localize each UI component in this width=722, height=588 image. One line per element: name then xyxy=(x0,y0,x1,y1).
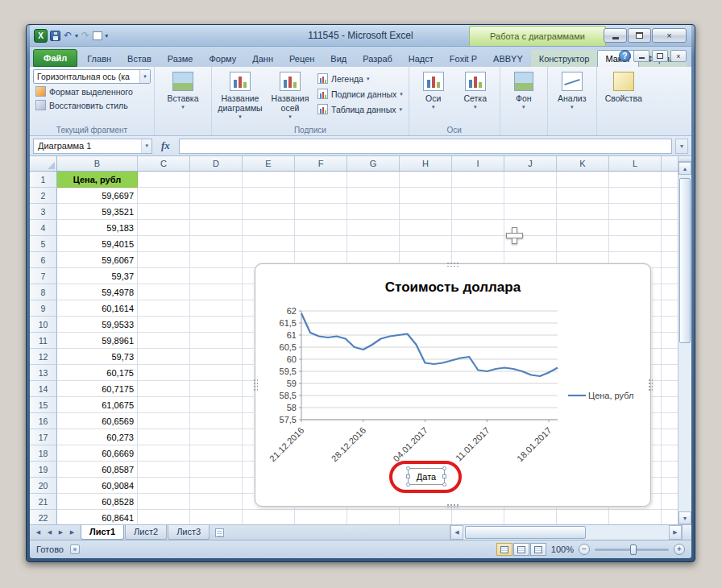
tab-разраб[interactable]: Разраб xyxy=(355,50,400,67)
cell-B19[interactable]: 60,8587 xyxy=(57,462,138,478)
tab-разме[interactable]: Разме xyxy=(160,50,201,67)
minimize-button[interactable] xyxy=(604,28,627,43)
cell-L2[interactable] xyxy=(609,188,662,204)
column-header-I[interactable]: I xyxy=(452,156,504,172)
cell-D3[interactable] xyxy=(190,204,243,220)
axis-titles-button[interactable]: Названия осей ▾ xyxy=(265,69,315,124)
cell-C12[interactable] xyxy=(138,349,190,365)
row-header-16[interactable]: 16 xyxy=(30,413,57,429)
vertical-scrollbar[interactable]: ▲ ▼ xyxy=(678,156,691,524)
cell-J22[interactable] xyxy=(504,510,557,524)
reset-style-button[interactable]: Восстановить стиль xyxy=(33,99,151,111)
fx-icon[interactable]: fx xyxy=(156,139,176,152)
tab-встав[interactable]: Встав xyxy=(119,50,160,67)
insert-button[interactable]: Вставка ▾ xyxy=(158,69,208,124)
cell-D18[interactable] xyxy=(190,445,243,462)
cell-C16[interactable] xyxy=(138,413,190,429)
cell-G1[interactable] xyxy=(347,172,400,188)
cell-D10[interactable] xyxy=(190,317,243,333)
row-header-3[interactable]: 3 xyxy=(30,204,57,220)
column-header-L[interactable]: L xyxy=(609,156,662,172)
cell-K22[interactable] xyxy=(557,510,609,524)
next-sheet-icon[interactable]: ▶ xyxy=(56,529,66,536)
column-header-F[interactable]: F xyxy=(295,156,347,172)
sheet-tab-list1[interactable]: Лист1 xyxy=(81,525,124,540)
cell-L5[interactable] xyxy=(609,236,662,252)
row-header-15[interactable]: 15 xyxy=(30,397,57,413)
row-header-14[interactable]: 14 xyxy=(30,381,57,397)
row-header-1[interactable]: 1 xyxy=(30,172,57,188)
cell-C19[interactable] xyxy=(138,462,190,478)
cell-H5[interactable] xyxy=(400,236,452,252)
tab-данн[interactable]: Данн xyxy=(244,50,281,67)
cell-K1[interactable] xyxy=(557,172,609,188)
normal-view-button[interactable] xyxy=(496,543,512,556)
tab-abbyy[interactable]: ABBYY xyxy=(485,50,531,67)
chart-handle[interactable] xyxy=(648,379,653,391)
cell-B22[interactable]: 60,8641 xyxy=(57,510,138,524)
cell-D2[interactable] xyxy=(190,188,243,204)
cell-C4[interactable] xyxy=(138,220,190,236)
undo-icon[interactable]: ↶ xyxy=(63,30,73,41)
cell-D9[interactable] xyxy=(190,300,243,317)
cell-G3[interactable] xyxy=(347,204,400,220)
cell-C21[interactable] xyxy=(138,494,190,510)
cell-C5[interactable] xyxy=(138,236,190,252)
chevron-down-icon[interactable]: ▾ xyxy=(139,70,150,83)
cell-D14[interactable] xyxy=(190,381,243,397)
close-button[interactable]: × xyxy=(652,28,687,43)
cell-G22[interactable] xyxy=(347,510,400,524)
cell-B16[interactable]: 60,6569 xyxy=(57,413,138,429)
row-header-2[interactable]: 2 xyxy=(30,188,57,204)
cell-I5[interactable] xyxy=(452,236,504,252)
cell-E3[interactable] xyxy=(243,204,295,220)
cell-B10[interactable]: 59,9533 xyxy=(57,317,138,333)
cell-D4[interactable] xyxy=(190,220,243,236)
cell-C3[interactable] xyxy=(138,204,190,220)
cell-I4[interactable] xyxy=(452,220,504,236)
save-icon[interactable] xyxy=(50,31,60,41)
column-header-E[interactable]: E xyxy=(243,156,295,172)
tab-конструктор[interactable]: Конструктор xyxy=(531,50,598,67)
scroll-down-icon[interactable]: ▼ xyxy=(678,511,691,524)
cell-D19[interactable] xyxy=(190,462,243,478)
cell-B4[interactable]: 59,183 xyxy=(57,220,138,236)
cell-B15[interactable]: 61,0675 xyxy=(57,397,138,413)
cell-D16[interactable] xyxy=(190,413,243,429)
cell-F22[interactable] xyxy=(295,510,347,524)
cell-J3[interactable] xyxy=(504,204,557,220)
last-sheet-icon[interactable]: ▶ xyxy=(67,529,77,536)
cell-G2[interactable] xyxy=(347,188,400,204)
vertical-scroll-track[interactable] xyxy=(678,175,691,511)
cell-H2[interactable] xyxy=(400,188,452,204)
tab-рецен[interactable]: Рецен xyxy=(281,50,322,67)
cell-C20[interactable] xyxy=(138,478,190,494)
properties-button[interactable]: Свойства xyxy=(600,69,647,124)
cell-C7[interactable] xyxy=(138,268,190,284)
horizontal-scroll-track[interactable] xyxy=(463,525,669,540)
cell-C1[interactable] xyxy=(138,172,190,188)
cell-B3[interactable]: 59,3521 xyxy=(57,204,138,220)
excel-logo-icon[interactable]: X xyxy=(34,29,48,43)
vertical-scroll-thumb[interactable] xyxy=(679,178,691,343)
formula-bar-expand-icon[interactable]: ▾ xyxy=(675,139,688,154)
cell-I2[interactable] xyxy=(452,188,504,204)
row-header-12[interactable]: 12 xyxy=(30,349,57,365)
cell-C6[interactable] xyxy=(138,252,190,268)
cell-D1[interactable] xyxy=(190,172,243,188)
help-icon[interactable]: ? xyxy=(619,50,631,62)
row-header-17[interactable]: 17 xyxy=(30,429,57,445)
chart-element-selector[interactable]: Горизонтальная ось (ка ▾ xyxy=(33,69,151,84)
background-button[interactable]: Фон ▾ xyxy=(504,69,544,124)
sheet-tab-list3[interactable]: Лист3 xyxy=(168,525,210,540)
row-header-22[interactable]: 22 xyxy=(30,510,57,524)
row-header-10[interactable]: 10 xyxy=(30,317,57,333)
scroll-up-icon[interactable]: ▲ xyxy=(678,162,691,175)
chart-title-button[interactable]: Название диаграммы ▾ xyxy=(215,69,265,124)
cell-B18[interactable]: 60,6669 xyxy=(57,445,138,462)
cell-K5[interactable] xyxy=(557,236,609,252)
cell-D15[interactable] xyxy=(190,397,243,413)
cell-B21[interactable]: 60,8528 xyxy=(57,494,138,510)
cell-L22[interactable] xyxy=(609,510,662,524)
zoom-level[interactable]: 100% xyxy=(551,545,574,554)
